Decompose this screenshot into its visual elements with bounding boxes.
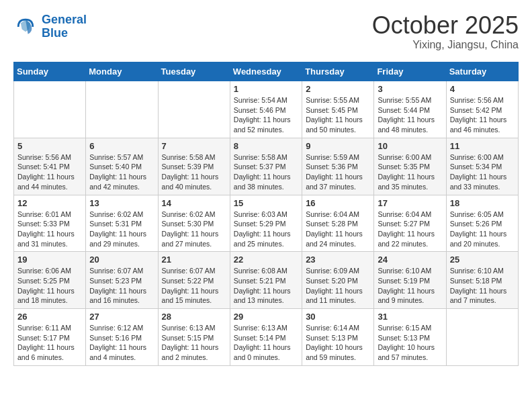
weekday-thursday: Thursday — [302, 62, 374, 81]
day-number: 19 — [17, 255, 82, 265]
day-number: 6 — [89, 141, 154, 151]
week-row-2: 5Sunrise: 5:56 AMSunset: 5:41 PMDaylight… — [14, 138, 519, 195]
day-info: Sunrise: 6:02 AMSunset: 5:31 PMDaylight:… — [89, 210, 154, 249]
weekday-friday: Friday — [374, 62, 446, 81]
day-number: 22 — [234, 255, 298, 265]
calendar-table: SundayMondayTuesdayWednesdayThursdayFrid… — [13, 62, 519, 366]
logo-blue: Blue — [42, 26, 68, 40]
day-number: 21 — [162, 255, 226, 265]
day-info: Sunrise: 5:59 AMSunset: 5:36 PMDaylight:… — [306, 152, 370, 192]
day-info: Sunrise: 6:07 AMSunset: 5:23 PMDaylight:… — [89, 266, 154, 306]
day-number: 11 — [450, 141, 515, 151]
calendar-cell: 19Sunrise: 6:06 AMSunset: 5:25 PMDayligh… — [14, 252, 86, 309]
day-info: Sunrise: 6:14 AMSunset: 5:13 PMDaylight:… — [306, 323, 370, 363]
calendar-cell: 1Sunrise: 5:54 AMSunset: 5:46 PMDaylight… — [230, 81, 302, 138]
day-number: 2 — [306, 84, 370, 94]
day-info: Sunrise: 5:56 AMSunset: 5:41 PMDaylight:… — [17, 152, 82, 192]
day-info: Sunrise: 6:00 AMSunset: 5:34 PMDaylight:… — [450, 152, 515, 192]
day-number: 31 — [378, 312, 442, 322]
calendar-cell: 16Sunrise: 6:04 AMSunset: 5:28 PMDayligh… — [302, 195, 374, 252]
day-number: 8 — [234, 141, 298, 151]
weekday-tuesday: Tuesday — [158, 62, 230, 81]
day-info: Sunrise: 6:11 AMSunset: 5:17 PMDaylight:… — [17, 323, 82, 363]
calendar-cell: 25Sunrise: 6:10 AMSunset: 5:18 PMDayligh… — [446, 252, 518, 309]
day-info: Sunrise: 6:01 AMSunset: 5:33 PMDaylight:… — [17, 210, 82, 249]
day-number: 18 — [450, 198, 515, 208]
day-number: 16 — [306, 198, 370, 208]
calendar-cell — [14, 81, 86, 138]
page-header: General Blue October 2025 Yixing, Jiangs… — [13, 13, 519, 51]
calendar-cell: 21Sunrise: 6:07 AMSunset: 5:22 PMDayligh… — [158, 252, 230, 309]
calendar-cell: 17Sunrise: 6:04 AMSunset: 5:27 PMDayligh… — [374, 195, 446, 252]
day-info: Sunrise: 6:08 AMSunset: 5:21 PMDaylight:… — [234, 266, 298, 306]
day-number: 9 — [306, 141, 370, 151]
calendar-cell: 15Sunrise: 6:03 AMSunset: 5:29 PMDayligh… — [230, 195, 302, 252]
day-info: Sunrise: 6:09 AMSunset: 5:20 PMDaylight:… — [306, 266, 370, 306]
calendar-cell: 31Sunrise: 6:15 AMSunset: 5:13 PMDayligh… — [374, 309, 446, 366]
day-info: Sunrise: 5:55 AMSunset: 5:45 PMDaylight:… — [306, 95, 370, 135]
week-row-3: 12Sunrise: 6:01 AMSunset: 5:33 PMDayligh… — [14, 195, 519, 252]
calendar-cell: 2Sunrise: 5:55 AMSunset: 5:45 PMDaylight… — [302, 81, 374, 138]
day-info: Sunrise: 6:04 AMSunset: 5:27 PMDaylight:… — [378, 210, 442, 249]
calendar-cell: 24Sunrise: 6:10 AMSunset: 5:19 PMDayligh… — [374, 252, 446, 309]
calendar-cell: 10Sunrise: 6:00 AMSunset: 5:35 PMDayligh… — [374, 138, 446, 195]
day-number: 4 — [450, 84, 515, 94]
day-info: Sunrise: 6:06 AMSunset: 5:25 PMDaylight:… — [17, 266, 82, 306]
day-number: 30 — [306, 312, 370, 322]
day-number: 24 — [378, 255, 442, 265]
day-info: Sunrise: 6:12 AMSunset: 5:16 PMDaylight:… — [89, 323, 154, 363]
calendar-cell — [86, 81, 158, 138]
calendar-cell: 4Sunrise: 5:56 AMSunset: 5:42 PMDaylight… — [446, 81, 518, 138]
day-number: 1 — [234, 84, 298, 94]
day-number: 26 — [17, 312, 82, 322]
calendar-cell: 28Sunrise: 6:13 AMSunset: 5:15 PMDayligh… — [158, 309, 230, 366]
calendar-cell: 22Sunrise: 6:08 AMSunset: 5:21 PMDayligh… — [230, 252, 302, 309]
logo-icon — [13, 15, 38, 39]
calendar-cell: 7Sunrise: 5:58 AMSunset: 5:39 PMDaylight… — [158, 138, 230, 195]
week-row-5: 26Sunrise: 6:11 AMSunset: 5:17 PMDayligh… — [14, 309, 519, 366]
logo-general: General — [42, 13, 87, 26]
calendar-cell — [158, 81, 230, 138]
day-info: Sunrise: 6:15 AMSunset: 5:13 PMDaylight:… — [378, 323, 442, 363]
day-number: 5 — [17, 141, 82, 151]
location: Yixing, Jiangsu, China — [372, 39, 519, 51]
calendar-cell: 5Sunrise: 5:56 AMSunset: 5:41 PMDaylight… — [14, 138, 86, 195]
weekday-saturday: Saturday — [446, 62, 518, 81]
day-number: 12 — [17, 198, 82, 208]
title-block: October 2025 Yixing, Jiangsu, China — [372, 13, 519, 51]
calendar-cell: 18Sunrise: 6:05 AMSunset: 5:26 PMDayligh… — [446, 195, 518, 252]
day-number: 3 — [378, 84, 442, 94]
day-number: 13 — [89, 198, 154, 208]
month-title: October 2025 — [372, 13, 519, 38]
day-info: Sunrise: 6:13 AMSunset: 5:14 PMDaylight:… — [234, 323, 298, 363]
day-info: Sunrise: 5:58 AMSunset: 5:37 PMDaylight:… — [234, 152, 298, 192]
weekday-sunday: Sunday — [14, 62, 86, 81]
calendar-cell: 11Sunrise: 6:00 AMSunset: 5:34 PMDayligh… — [446, 138, 518, 195]
calendar-cell: 3Sunrise: 5:55 AMSunset: 5:44 PMDaylight… — [374, 81, 446, 138]
weekday-monday: Monday — [86, 62, 158, 81]
calendar-cell: 14Sunrise: 6:02 AMSunset: 5:30 PMDayligh… — [158, 195, 230, 252]
week-row-4: 19Sunrise: 6:06 AMSunset: 5:25 PMDayligh… — [14, 252, 519, 309]
day-info: Sunrise: 6:05 AMSunset: 5:26 PMDaylight:… — [450, 210, 515, 249]
calendar-cell: 26Sunrise: 6:11 AMSunset: 5:17 PMDayligh… — [14, 309, 86, 366]
day-number: 7 — [162, 141, 226, 151]
calendar-cell — [446, 309, 518, 366]
day-info: Sunrise: 5:57 AMSunset: 5:40 PMDaylight:… — [89, 152, 154, 192]
day-number: 17 — [378, 198, 442, 208]
day-number: 10 — [378, 141, 442, 151]
logo: General Blue — [13, 13, 87, 40]
day-info: Sunrise: 5:56 AMSunset: 5:42 PMDaylight:… — [450, 95, 515, 135]
day-info: Sunrise: 6:13 AMSunset: 5:15 PMDaylight:… — [162, 323, 226, 363]
day-info: Sunrise: 5:54 AMSunset: 5:46 PMDaylight:… — [234, 95, 298, 135]
day-number: 14 — [162, 198, 226, 208]
day-info: Sunrise: 6:03 AMSunset: 5:29 PMDaylight:… — [234, 210, 298, 249]
calendar-cell: 20Sunrise: 6:07 AMSunset: 5:23 PMDayligh… — [86, 252, 158, 309]
day-info: Sunrise: 6:10 AMSunset: 5:19 PMDaylight:… — [378, 266, 442, 306]
calendar-cell: 12Sunrise: 6:01 AMSunset: 5:33 PMDayligh… — [14, 195, 86, 252]
day-number: 29 — [234, 312, 298, 322]
day-number: 25 — [450, 255, 515, 265]
calendar-cell: 29Sunrise: 6:13 AMSunset: 5:14 PMDayligh… — [230, 309, 302, 366]
day-number: 20 — [89, 255, 154, 265]
calendar-cell: 8Sunrise: 5:58 AMSunset: 5:37 PMDaylight… — [230, 138, 302, 195]
day-info: Sunrise: 6:10 AMSunset: 5:18 PMDaylight:… — [450, 266, 515, 306]
